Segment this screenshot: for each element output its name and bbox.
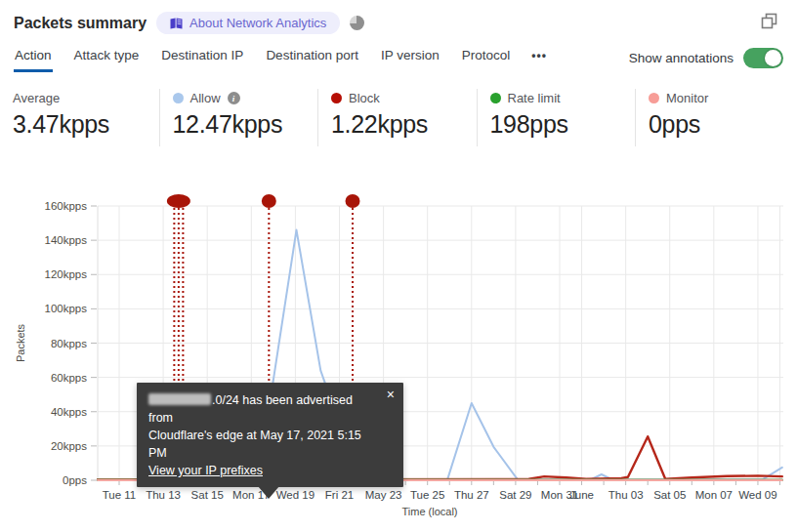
tab-ip-version[interactable]: IP version — [380, 42, 440, 72]
stat-allow-value: 12.47kpps — [173, 110, 318, 139]
rate-limit-dot-icon — [490, 93, 501, 103]
more-tabs-ellipsis-icon[interactable]: ••• — [531, 49, 547, 72]
about-network-analytics-badge[interactable]: About Network Analytics — [156, 12, 340, 34]
stat-monitor-label: Monitor — [666, 91, 708, 105]
y-axis-title: Packets — [15, 323, 26, 362]
x-tick-label: Thu 03 — [608, 489, 644, 501]
stats-row: Average 3.47kpps Allow i 12.47kpps Block… — [0, 89, 797, 146]
x-tick-label: Sat 15 — [191, 489, 224, 501]
badge-label: About Network Analytics — [189, 16, 326, 30]
dimension-tabbar: Action Attack type Destination IP Destin… — [0, 38, 797, 72]
x-tick-label: Thu 27 — [454, 489, 489, 501]
tab-protocol[interactable]: Protocol — [461, 42, 512, 72]
tab-attack-type[interactable]: Attack type — [73, 42, 141, 72]
annotation-dot[interactable] — [346, 194, 360, 208]
x-tick-label: Sat 29 — [499, 489, 531, 501]
stat-rate-limit-label: Rate limit — [508, 91, 561, 105]
restore-window-icon[interactable] — [761, 13, 777, 29]
x-tick-label: May 23 — [365, 489, 402, 501]
allow-dot-icon — [173, 93, 184, 103]
y-tick-label: 60kpps — [51, 372, 87, 384]
stat-allow-label: Allow — [190, 91, 221, 105]
stat-block-label: Block — [349, 91, 380, 105]
stat-monitor-value: 0pps — [649, 110, 794, 139]
stat-block: Block 1.22kpps — [317, 89, 477, 146]
x-tick-label: Wed 09 — [738, 489, 776, 501]
stat-rate-limit-value: 198pps — [490, 110, 636, 139]
y-tick-label: 20kpps — [51, 440, 87, 452]
y-tick-label: 120kpps — [45, 268, 88, 280]
header: Packets summary About Network Analytics — [0, 0, 797, 38]
toggle-knob — [765, 50, 781, 66]
monitor-dot-icon — [649, 93, 659, 103]
x-tick-label: Fri 21 — [325, 489, 354, 501]
block-dot-icon — [331, 93, 342, 103]
redacted-ip-prefix — [148, 393, 211, 405]
tab-destination-ip[interactable]: Destination IP — [160, 42, 244, 72]
info-icon[interactable]: i — [228, 92, 240, 104]
x-tick-label: Tue 11 — [103, 489, 137, 501]
page-title: Packets summary — [14, 15, 147, 32]
stat-average-value: 3.47kpps — [13, 110, 159, 139]
x-tick-label: Tue 25 — [410, 489, 444, 501]
annotation-tooltip: × .0/24 has been advertised from Cloudfl… — [137, 383, 403, 487]
y-tick-label: 80kpps — [51, 338, 87, 349]
stat-average: Average 3.47kpps — [0, 89, 159, 146]
stat-rate-limit: Rate limit 198pps — [477, 89, 636, 146]
stat-average-label: Average — [13, 91, 60, 105]
tab-destination-port[interactable]: Destination port — [265, 42, 359, 72]
y-tick-label: 100kpps — [45, 303, 88, 314]
x-axis-title: Time (local) — [401, 506, 457, 517]
tooltip-pointer — [258, 486, 279, 499]
usage-disc-icon[interactable] — [350, 16, 364, 30]
stat-monitor: Monitor 0pps — [635, 89, 794, 146]
x-tick-label: Mon 07 — [695, 489, 733, 501]
y-tick-label: 140kpps — [45, 234, 88, 246]
annotation-dot[interactable] — [167, 194, 190, 208]
show-annotations-toggle[interactable] — [743, 48, 783, 68]
y-tick-label: 0pps — [63, 474, 87, 486]
tooltip-close-icon[interactable]: × — [387, 388, 395, 401]
tab-action[interactable]: Action — [14, 42, 53, 72]
tooltip-line2: Cloudflare's edge at May 17, 2021 5:15 P… — [148, 429, 361, 460]
view-ip-prefixes-link[interactable]: View your IP prefixes — [148, 464, 263, 477]
stat-allow: Allow i 12.47kpps — [159, 89, 318, 146]
show-annotations-label: Show annotations — [629, 51, 734, 65]
y-tick-label: 40kpps — [51, 406, 87, 418]
book-icon — [170, 18, 183, 29]
annotation-dot[interactable] — [262, 194, 276, 208]
x-tick-label: Thu 13 — [146, 489, 181, 501]
x-tick-label: June — [569, 489, 594, 501]
x-tick-label: Sat 05 — [653, 489, 686, 501]
x-tick-label: Wed 19 — [276, 489, 315, 501]
y-tick-label: 160kpps — [45, 200, 88, 212]
stat-block-value: 1.22kpps — [331, 110, 477, 139]
